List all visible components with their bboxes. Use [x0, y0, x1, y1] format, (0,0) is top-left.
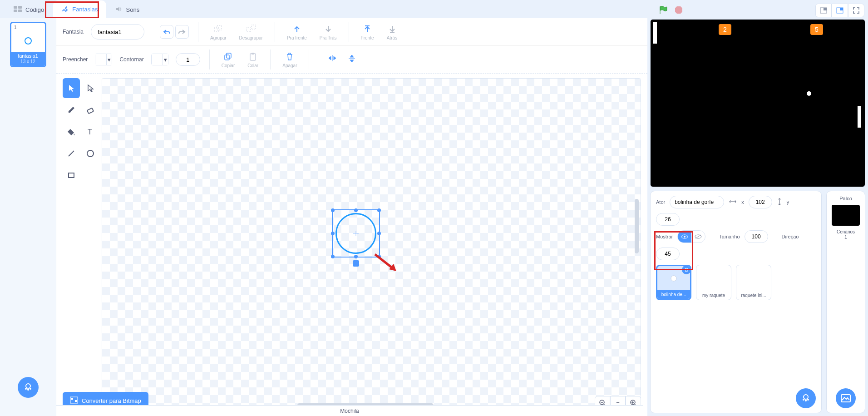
resize-handle[interactable] — [354, 255, 358, 258]
delete-sprite-button[interactable] — [682, 265, 691, 274]
svg-point-25 — [87, 150, 94, 157]
resize-handle[interactable] — [354, 208, 358, 212]
circle-tool[interactable] — [82, 144, 99, 163]
text-tool[interactable]: T — [82, 122, 99, 142]
stage-large-button[interactable] — [832, 4, 848, 17]
svg-point-10 — [26, 384, 30, 388]
toolbar-row-2: Preencher ▾ Contornar ▾ Copiar Colar Apa… — [56, 46, 647, 73]
hide-sprite-button[interactable] — [691, 231, 705, 243]
size-input[interactable] — [745, 230, 768, 243]
sprite-item-raquete-ini[interactable]: raquete ini... — [736, 265, 771, 300]
svg-rect-6 — [824, 8, 827, 10]
show-sprite-button[interactable] — [678, 231, 691, 243]
sprite-item-my-raquete[interactable]: my raquete — [696, 265, 731, 300]
delete-button[interactable]: Apagar — [280, 51, 300, 68]
paste-button[interactable]: Colar — [245, 51, 261, 68]
costume-name-input[interactable] — [91, 24, 144, 40]
flip-vertical-button[interactable] — [347, 54, 356, 66]
costume-thumbnail[interactable]: 1 fantasia1 13 x 12 — [10, 22, 46, 67]
canvas-area: T — [56, 73, 647, 416]
bitmap-icon — [70, 396, 78, 405]
svg-point-47 — [803, 399, 804, 401]
run-controls — [658, 5, 684, 15]
svg-point-48 — [805, 400, 807, 401]
sprite-item-bolinha[interactable]: bolinha de... — [656, 265, 691, 300]
stage-size-controls — [815, 4, 864, 17]
y-input[interactable] — [656, 213, 680, 226]
stop-button[interactable] — [674, 5, 684, 15]
direction-input[interactable] — [656, 248, 680, 260]
resize-handle[interactable] — [377, 208, 381, 212]
toolbar-row-1: Fantasia Agrupar Desagrupar Pra frente P… — [56, 18, 647, 46]
group-button[interactable]: Agrupar — [207, 24, 229, 40]
size-label: Tamanho — [719, 234, 740, 239]
resize-handle[interactable] — [331, 208, 335, 212]
svg-point-9 — [25, 38, 31, 44]
add-costume-button[interactable] — [18, 377, 39, 398]
backward-button[interactable]: Pra Trás — [317, 24, 340, 40]
svg-text:T: T — [88, 128, 92, 136]
y-arrows-icon — [777, 198, 782, 207]
resize-handle[interactable] — [377, 232, 381, 235]
stage-ball — [807, 91, 811, 96]
rectangle-tool[interactable] — [63, 165, 80, 185]
separator — [270, 50, 271, 69]
line-tool[interactable] — [63, 144, 80, 163]
resize-handle[interactable] — [331, 232, 335, 235]
back-button[interactable]: Atrás — [384, 24, 400, 40]
add-backdrop-button[interactable] — [836, 388, 856, 408]
flip-horizontal-button[interactable] — [327, 54, 338, 66]
sound-icon — [115, 6, 123, 14]
select-tool[interactable] — [63, 78, 80, 98]
brush-tool[interactable] — [63, 100, 80, 120]
resize-handle[interactable] — [331, 255, 335, 258]
vertical-scrollbar[interactable] — [635, 199, 639, 253]
rotate-handle[interactable] — [353, 260, 359, 267]
stage-paddle-left — [653, 22, 657, 44]
outline-width-input[interactable] — [176, 53, 200, 66]
separator — [275, 22, 275, 42]
svg-rect-15 — [217, 25, 222, 30]
direction-label: Direção — [782, 234, 799, 239]
svg-point-11 — [25, 388, 27, 390]
stage-small-button[interactable] — [815, 4, 832, 17]
green-flag-button[interactable] — [658, 5, 668, 15]
stage-thumbnail[interactable] — [832, 205, 860, 226]
fill-tool[interactable] — [63, 122, 80, 142]
svg-rect-18 — [225, 55, 229, 60]
svg-point-45 — [671, 276, 676, 281]
stage-preview[interactable]: 2 5 — [650, 19, 865, 187]
tab-sounds[interactable]: Sons — [107, 1, 148, 18]
separator — [349, 22, 349, 42]
forward-button[interactable]: Pra frente — [284, 24, 310, 40]
tab-code[interactable]: Código — [5, 1, 52, 18]
svg-rect-8 — [840, 8, 843, 10]
add-sprite-button[interactable] — [796, 388, 816, 408]
sprite-name-input[interactable] — [670, 196, 724, 208]
svg-rect-19 — [227, 53, 231, 58]
stage-panel: Palco Cenários 1 — [826, 191, 865, 413]
stage-fullscreen-button[interactable] — [848, 4, 864, 17]
backpack-bar[interactable]: Mochila — [56, 405, 643, 416]
front-button[interactable]: Frente — [358, 24, 377, 40]
svg-rect-16 — [247, 28, 251, 32]
tab-costumes[interactable]: Fantasias — [53, 0, 106, 18]
redo-button[interactable] — [175, 25, 189, 39]
fill-color-picker[interactable]: ▾ — [95, 54, 112, 65]
svg-rect-14 — [214, 27, 219, 32]
outline-color-picker[interactable]: ▾ — [151, 54, 168, 65]
show-label: Mostrar — [656, 234, 673, 239]
x-input[interactable] — [749, 196, 772, 208]
eraser-tool[interactable] — [82, 100, 99, 120]
svg-rect-33 — [75, 400, 77, 402]
tool-palette: T — [63, 78, 97, 410]
svg-rect-3 — [18, 10, 22, 12]
paint-canvas[interactable] — [102, 78, 641, 410]
reshape-tool[interactable] — [82, 78, 99, 98]
undo-button[interactable] — [160, 25, 173, 39]
svg-marker-4 — [675, 6, 682, 14]
score-1: 2 — [719, 24, 731, 35]
copy-button[interactable]: Copiar — [219, 51, 237, 68]
selection-box[interactable] — [332, 209, 380, 258]
ungroup-button[interactable]: Desagrupar — [237, 24, 266, 40]
